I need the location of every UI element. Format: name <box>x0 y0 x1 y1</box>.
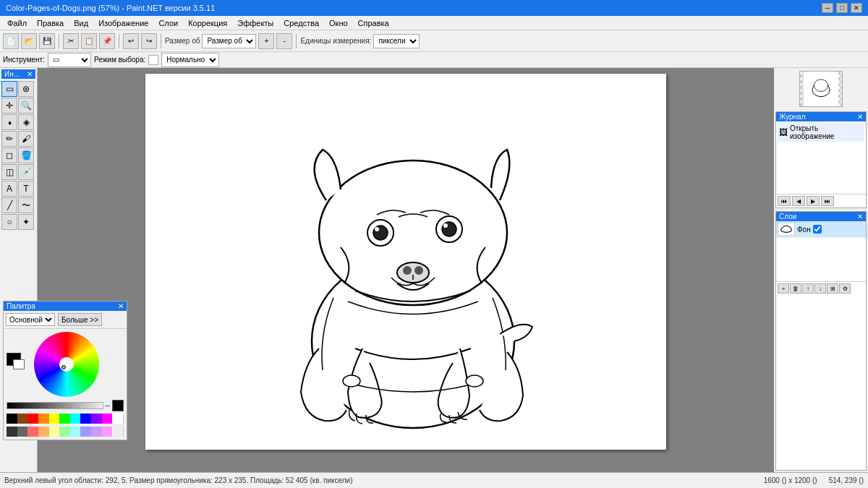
menu-help[interactable]: Справка <box>354 18 393 28</box>
open-button[interactable]: 📂 <box>21 33 37 49</box>
color-chip-darkgray[interactable] <box>7 427 17 437</box>
menu-correction[interactable]: Коррекция <box>184 18 231 28</box>
menu-window[interactable]: Окно <box>325 18 352 28</box>
tools-close[interactable]: ✕ <box>27 70 33 78</box>
zoom-out[interactable]: - <box>276 33 292 49</box>
color-chip-cyan[interactable] <box>70 414 81 424</box>
color-chip-gray[interactable] <box>17 427 28 437</box>
brush-tool[interactable]: 🖌 <box>18 131 34 147</box>
palette-more-button[interactable]: Больше >> <box>58 313 102 326</box>
color-chip-yellow[interactable] <box>49 414 60 424</box>
text-tool[interactable]: A <box>1 181 17 197</box>
svg-point-5 <box>375 227 379 231</box>
instrument-select[interactable]: ▭ <box>48 53 91 67</box>
layer-up[interactable]: ↑ <box>802 283 814 294</box>
save-button[interactable]: 💾 <box>39 33 55 49</box>
status-resolution: 1600 () x 1200 () <box>764 476 817 484</box>
color-chip-lightyellow[interactable] <box>49 427 60 437</box>
menu-tools[interactable]: Средства <box>279 18 323 28</box>
color-picker[interactable]: 💉 <box>18 164 34 180</box>
color-chip-brown[interactable] <box>17 414 28 424</box>
journal-prev[interactable]: ◀ <box>792 196 805 206</box>
menu-effects[interactable]: Эффекты <box>233 18 278 28</box>
color-chip-lightred[interactable] <box>27 427 38 437</box>
menu-file[interactable]: Файл <box>3 18 31 28</box>
copy-button[interactable]: 📋 <box>81 33 97 49</box>
ellipse-tool[interactable]: ○ <box>1 214 17 230</box>
color-chip-peach[interactable] <box>38 427 49 437</box>
rectangle-select-tool[interactable]: ▭ <box>1 81 17 97</box>
color-chip-pink[interactable] <box>102 427 113 437</box>
color-chip-nearwhite[interactable] <box>112 427 124 437</box>
paste-button[interactable]: 📌 <box>99 33 115 49</box>
color-chip-white[interactable] <box>112 414 124 424</box>
redo-button[interactable]: ↪ <box>141 33 157 49</box>
move-tool[interactable]: ✛ <box>1 98 17 114</box>
layers-close[interactable]: ✕ <box>857 213 863 221</box>
color-chip-lightblue[interactable] <box>80 427 91 437</box>
layer-merge[interactable]: ⊞ <box>827 283 838 294</box>
text-v-tool[interactable]: T <box>18 181 34 197</box>
svg-point-10 <box>403 266 412 275</box>
pencil-tool[interactable]: ✏ <box>1 131 17 147</box>
freeform-tool[interactable]: ✦ <box>18 214 34 230</box>
menu-image[interactable]: Изображение <box>94 18 153 28</box>
journal-first[interactable]: ⏮ <box>778 196 791 206</box>
journal-next[interactable]: ▶ <box>807 196 820 206</box>
secondary-color-swatch[interactable] <box>13 359 25 369</box>
cut-button[interactable]: ✂ <box>63 33 79 49</box>
color-wheel-cursor <box>61 365 66 369</box>
units-select[interactable]: пиксели <box>373 34 420 48</box>
layer-item[interactable]: Фон <box>776 221 866 238</box>
journal-item[interactable]: 🖼 Открыть изображение <box>778 123 864 142</box>
color-chip-lavender[interactable] <box>91 427 102 437</box>
primary-color-swatch[interactable] <box>7 353 21 366</box>
palette-close[interactable]: ✕ <box>118 302 124 310</box>
new-button[interactable]: 📄 <box>3 33 19 49</box>
layer-down[interactable]: ↓ <box>814 283 826 294</box>
clone-tool[interactable]: ◈ <box>18 114 34 130</box>
layer-visible-checkbox[interactable] <box>813 225 822 234</box>
color-chip-violet[interactable] <box>91 414 102 424</box>
mode-select[interactable]: Нормальное <box>161 53 219 67</box>
journal-last[interactable]: ⏭ <box>821 196 834 206</box>
magic-wand-tool[interactable]: ⬧ <box>1 114 17 130</box>
color-chip-red[interactable] <box>27 414 38 424</box>
menu-edit[interactable]: Правка <box>33 18 68 28</box>
color-chip-orange[interactable] <box>38 414 49 424</box>
color-chip-black[interactable] <box>7 414 17 424</box>
selection-preview <box>148 55 158 65</box>
color-chip-blue[interactable] <box>80 414 91 424</box>
color-chip-lightcyan[interactable] <box>70 427 81 437</box>
maximize-button[interactable]: □ <box>836 3 848 13</box>
svg-point-13 <box>343 375 360 387</box>
title-bar: Color-Pages-of-Dogs.png (57%) - Paint.NE… <box>0 0 868 16</box>
color-chip-lime[interactable] <box>59 414 70 424</box>
menu-layers[interactable]: Слои <box>154 18 182 28</box>
layer-settings[interactable]: ⚙ <box>839 283 851 294</box>
journal-close[interactable]: ✕ <box>857 113 863 121</box>
minimize-button[interactable]: ─ <box>822 3 833 13</box>
color-chip-magenta[interactable] <box>102 414 113 424</box>
canvas-area[interactable]: razvitieigroy... <box>38 68 774 472</box>
palette-mode-select[interactable]: Основной <box>6 313 55 326</box>
thumbnail-area <box>799 71 843 107</box>
fill-tool[interactable]: 🪣 <box>18 147 34 163</box>
size-select[interactable]: Размер об <box>202 34 256 48</box>
menu-view[interactable]: Вид <box>69 18 93 28</box>
zoom-tool[interactable]: 🔍 <box>18 98 34 114</box>
lasso-select-tool[interactable]: ⊛ <box>18 81 34 97</box>
layer-delete[interactable]: 🗑 <box>790 283 801 294</box>
curve-tool[interactable]: 〜 <box>18 197 34 213</box>
color-wheel-container[interactable] <box>34 332 99 397</box>
black-slider[interactable] <box>7 402 103 409</box>
zoom-in[interactable]: + <box>258 33 274 49</box>
undo-button[interactable]: ↩ <box>123 33 139 49</box>
line-tool[interactable]: ╱ <box>1 197 17 213</box>
layer-add[interactable]: + <box>778 283 789 294</box>
close-button[interactable]: ✕ <box>851 3 862 13</box>
layer-name: Фон <box>797 226 811 234</box>
eraser-tool[interactable]: ◻ <box>1 147 17 163</box>
color-chip-lightgreen[interactable] <box>59 427 70 437</box>
gradient-tool[interactable]: ◫ <box>1 164 17 180</box>
